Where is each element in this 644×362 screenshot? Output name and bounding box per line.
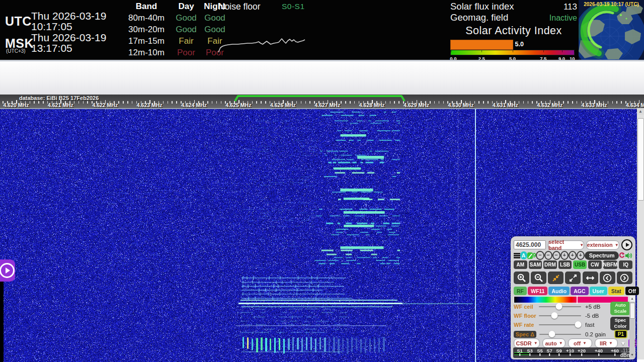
- tab-agc[interactable]: AGC: [571, 287, 588, 295]
- msk-offset-label: (UTC+3): [6, 48, 26, 54]
- mode-button-nbfm[interactable]: NBFM: [603, 260, 618, 269]
- scale-tick: [172, 101, 173, 104]
- s-meter-tick-label: +10: [566, 348, 574, 353]
- slider-track[interactable]: [539, 312, 581, 319]
- band-table-header: Day: [172, 1, 200, 12]
- scale-tick: [127, 101, 128, 104]
- utc-time: 10:17:05: [31, 21, 72, 32]
- solar-activity-scale: 0.02.55.07.59.010: [450, 50, 575, 55]
- slider-knob[interactable]: [556, 303, 562, 310]
- band-range-label: 80m-40m: [121, 12, 172, 24]
- zoom-in-band-button[interactable]: +: [569, 251, 577, 260]
- mode-button-sam[interactable]: SAM: [529, 260, 542, 269]
- s-meter-tick-label: S5: [537, 348, 543, 353]
- slider-value: +5 dB: [581, 304, 611, 310]
- tab-user[interactable]: User: [590, 287, 607, 295]
- user-link-badge[interactable]: A: [520, 251, 527, 259]
- mode-button-iq[interactable]: IQ: [619, 260, 632, 269]
- frequency-input[interactable]: [514, 240, 546, 249]
- dsp-dropdown-iir[interactable]: IIR▼: [595, 338, 618, 348]
- chevron-down-icon: ▼: [534, 341, 538, 345]
- tab-audio[interactable]: Audio: [548, 287, 570, 295]
- slider-track[interactable]: [539, 321, 581, 328]
- aurora-map: 2026-03-19 10:17 (UTC): [579, 0, 644, 60]
- slider-knob[interactable]: [551, 312, 558, 319]
- panel-scrollbar[interactable]: ▲ ▼: [629, 296, 635, 358]
- mode-button-usb[interactable]: USB: [573, 260, 587, 269]
- panel-scroll-up-icon[interactable]: ▲: [629, 296, 635, 302]
- noise-floor-sparkline: [215, 33, 308, 55]
- menu-icon[interactable]: [514, 253, 520, 254]
- solar-activity-bar: [450, 40, 513, 50]
- dsp-dropdown-auto[interactable]: auto▼: [542, 338, 566, 348]
- solar-flux-value: 113: [564, 2, 577, 12]
- scale-tick: [216, 101, 217, 104]
- band-day-condition: Fair: [172, 35, 200, 47]
- slider-track[interactable]: [539, 331, 581, 337]
- band-range-label: 17m-15m: [121, 35, 172, 47]
- magnify-out-button[interactable]: [531, 272, 546, 284]
- mode-button-drm[interactable]: DRM: [543, 260, 557, 269]
- slider-track[interactable]: [539, 303, 581, 310]
- chevron-down-icon: ▼: [583, 341, 587, 345]
- mode-button-am[interactable]: AM: [514, 260, 527, 269]
- slider-label: WF ceil: [514, 304, 539, 310]
- database-label: database: EiBi B25 17Feb2026: [19, 95, 99, 101]
- slider-knob[interactable]: [549, 331, 555, 337]
- slider-row-2: WF floor-5 dB: [514, 312, 611, 319]
- page-up-band-button[interactable]: [617, 272, 632, 284]
- zoom-buttons-row: [514, 272, 632, 284]
- zoom-out-band-button[interactable]: −: [544, 251, 552, 260]
- smeter-extension-icon[interactable]: [619, 252, 625, 259]
- shift-band-icon-button[interactable]: [583, 272, 598, 284]
- magnify-in-button[interactable]: [514, 272, 529, 284]
- mode-button-lsb[interactable]: LSB: [558, 260, 572, 269]
- collapse-panel-icon[interactable]: ▼: [620, 340, 626, 346]
- panel-scrollbar-thumb[interactable]: [630, 303, 635, 319]
- band-range-label: 30m-20m: [121, 24, 172, 35]
- slider-line: [539, 315, 581, 316]
- solar-scale-tickmark: [481, 50, 482, 52]
- tab-wf11[interactable]: WF11: [528, 287, 547, 295]
- chevron-down-icon: ▼: [615, 243, 619, 247]
- frequency-tick-label: 4.633 MHz: [576, 102, 612, 108]
- mute-speaker-icon[interactable]: [625, 252, 632, 259]
- panel-tabs-row: RFWF11AudioAGCUserStatOff: [514, 287, 632, 295]
- tab-off[interactable]: Off: [625, 287, 639, 295]
- zoom-in-button[interactable]: +: [560, 251, 569, 260]
- extension-play-button[interactable]: [621, 239, 632, 250]
- page-scrollbar[interactable]: ▲: [637, 108, 644, 359]
- panel-scroll-down-icon[interactable]: ▼: [629, 352, 635, 358]
- passband-indicator[interactable]: [231, 93, 413, 103]
- page-down-band-button[interactable]: [600, 272, 615, 284]
- spectrum-display[interactable]: The Buzzer: [0, 61, 644, 95]
- slider-knob[interactable]: [575, 321, 582, 328]
- mode-button-cw[interactable]: CW: [588, 260, 602, 269]
- spec-color-button[interactable]: SpecColor: [610, 317, 630, 330]
- extension-dropdown[interactable]: extension▼: [586, 240, 619, 250]
- slider-row-3: WF ratefast: [514, 321, 611, 328]
- play-overlay-button[interactable]: [0, 259, 15, 282]
- scrollbar-thumb[interactable]: [637, 118, 644, 201]
- zoom-in-max-button[interactable]: +: [577, 251, 585, 260]
- msk-time: 13:17:05: [31, 43, 72, 54]
- tab-rf[interactable]: RF: [514, 287, 527, 295]
- dsp-dropdown-off[interactable]: off▼: [568, 338, 592, 348]
- auto-scale-button[interactable]: AutoScale: [610, 302, 630, 315]
- zoom-out-button[interactable]: −: [552, 251, 560, 260]
- utc-label: UTC: [5, 14, 32, 29]
- slider-row-4: Spec Δ0.2 gain: [514, 330, 611, 338]
- s-meter-tick-label: S7: [546, 348, 552, 353]
- zoom-out-max-button[interactable]: −: [536, 251, 544, 260]
- preset-p1-button[interactable]: P1: [614, 330, 627, 338]
- s-meter-tickmark: [549, 353, 550, 356]
- solar-flux-label: Solar flux index: [450, 1, 514, 12]
- zoom-full-out-button[interactable]: [565, 272, 581, 284]
- dsp-dropdown-csdr[interactable]: CSDR▼: [514, 338, 540, 348]
- scrollbar-up-icon[interactable]: ▲: [637, 108, 644, 115]
- zoom-to-passband-button[interactable]: [548, 272, 564, 284]
- select-band-dropdown[interactable]: select band▼: [548, 240, 584, 250]
- spectrum-toggle-button[interactable]: Spectrum: [585, 251, 619, 260]
- tab-stat[interactable]: Stat: [608, 287, 624, 295]
- edit-icon[interactable]: [527, 252, 533, 259]
